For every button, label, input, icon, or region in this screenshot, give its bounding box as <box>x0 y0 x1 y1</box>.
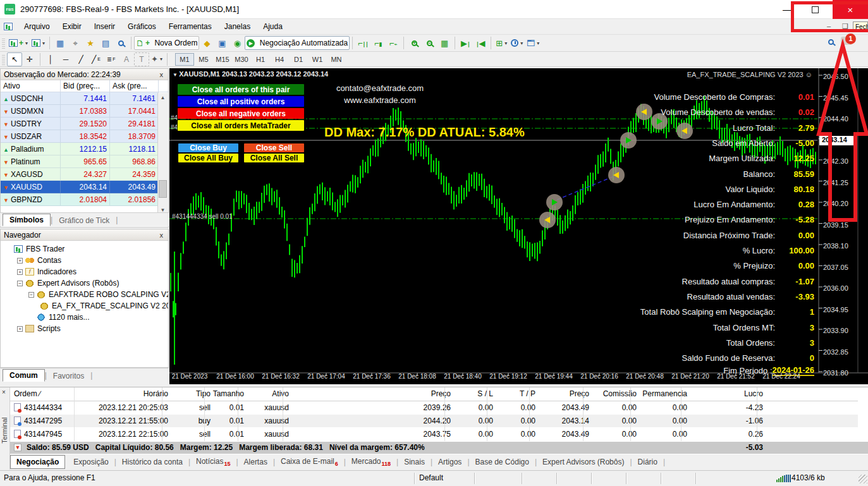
expand-icon[interactable]: + <box>17 269 23 275</box>
close-negative-button[interactable]: Close all negative orders <box>178 108 304 119</box>
text-label-tool-icon[interactable]: T <box>134 52 149 66</box>
market-watch-row[interactable]: ▼GBPNZD2.018042.01856 <box>1 193 168 206</box>
terminal-tab-negocia-o[interactable]: Negociação <box>10 455 65 469</box>
metaquotes-icon[interactable]: ▣ <box>214 36 229 50</box>
column-header[interactable]: Lucro <box>20 389 763 398</box>
close-all-mt-button[interactable]: Close all orders MetaTrader <box>178 120 304 131</box>
tree-item-scripts[interactable]: +Scripts <box>1 323 168 334</box>
text-tool-icon[interactable]: A <box>119 52 134 66</box>
collapse-icon[interactable]: − <box>28 292 34 298</box>
close-positive-button[interactable]: Close all positive orders <box>178 96 304 107</box>
terminal-tab-expert-advisors-rob-s-[interactable]: Expert Advisors (Robôs) <box>537 456 630 468</box>
tab-comum[interactable]: Comum <box>3 369 45 382</box>
terminal-tab-artigos[interactable]: Artigos <box>432 456 467 468</box>
menu-ferramentas[interactable]: Ferramentas <box>162 20 218 33</box>
profiles-button[interactable]: ▾ <box>30 36 47 50</box>
strategy-tester-icon[interactable] <box>113 36 128 50</box>
timeframe-h4[interactable]: H4 <box>270 53 289 66</box>
new-chart-button[interactable]: +▾ <box>7 36 30 50</box>
terminal-tab-sinais[interactable]: Sinais <box>398 456 431 468</box>
minimize-button[interactable]: — <box>776 0 798 19</box>
terminal-close-icon[interactable]: × <box>2 389 6 396</box>
candlestick-icon[interactable]: ⌐▮ <box>370 36 386 50</box>
zoom-in-icon[interactable]: + <box>406 36 422 50</box>
menu-janelas[interactable]: Janelas <box>218 20 257 33</box>
timeframe-w1[interactable]: W1 <box>308 53 327 66</box>
tab-favoritos[interactable]: Favoritos <box>47 370 90 382</box>
market-watch-column-header[interactable]: Ativo <box>1 80 61 92</box>
market-watch-row[interactable]: ▼USDZAR18.354218.3709 <box>1 130 168 143</box>
chart-area[interactable]: ▼ XAUUSD,M1 2043.13 2043.23 2043.12 2043… <box>169 68 868 384</box>
tab-símbolos[interactable]: Símbolos <box>3 214 51 226</box>
timeframe-mn[interactable]: MN <box>327 53 346 66</box>
terminal-tab-alertas[interactable]: Alertas <box>238 456 273 468</box>
auto-scroll-icon[interactable]: ▶∣ <box>458 36 473 50</box>
market-watch-close-icon[interactable]: x <box>158 71 166 78</box>
order-row[interactable]: 4314479452023.12.21 22:15:00sell0.01xauu… <box>10 428 858 440</box>
terminal-tab-hist-rico-da-conta[interactable]: Histórico da conta <box>116 456 188 468</box>
timeframe-d1[interactable]: D1 <box>289 53 308 66</box>
tree-item-eafxtrade-robo-scalping-v2-20[interactable]: −EAFXTRADE ROBO SCALPING V2 20 <box>1 289 168 300</box>
cursor-tool-icon[interactable]: ↖ <box>7 52 22 66</box>
timeframe-h1[interactable]: H1 <box>251 53 270 66</box>
tab-gráfico-de-tick[interactable]: Gráfico de Tick <box>52 215 116 226</box>
trendline-tool-icon[interactable]: ╱ <box>73 52 89 66</box>
market-watch-column-header[interactable]: Ask (pre... <box>110 80 159 92</box>
periods-button[interactable]: ▾ <box>509 36 525 50</box>
market-watch-row[interactable]: ▼Platinum965.65968.86 <box>1 155 168 168</box>
tree-item-ea-fx-trade-scalping-v2-20-[interactable]: EA_FX_TRADE_SCALPING V2 20: <box>1 300 168 312</box>
close-all-sell-button[interactable]: Close All Sell <box>244 154 304 162</box>
notification-badge[interactable]: 1 <box>845 33 856 44</box>
tile-windows-icon[interactable]: ▦ <box>437 36 452 50</box>
menu-inserir[interactable]: Inserir <box>88 20 121 33</box>
terminal-tab-exposi-o[interactable]: Exposição <box>68 456 114 468</box>
market-watch-row[interactable]: ▼XAGUSD24.32724.359 <box>1 168 168 181</box>
horizontal-line-tool-icon[interactable]: ─ <box>58 52 73 66</box>
order-row[interactable]: 4314443342023.12.21 20:25:03sell0.01xauu… <box>10 401 858 414</box>
expand-icon[interactable]: + <box>17 326 23 332</box>
timeframe-m15[interactable]: M15 <box>213 53 232 66</box>
market-watch-column-header[interactable]: Bid (preç... <box>61 80 110 92</box>
timeframe-m5[interactable]: M5 <box>194 53 213 66</box>
timeframe-m1[interactable]: M1 <box>175 53 194 66</box>
timeframe-m30[interactable]: M30 <box>232 53 251 66</box>
line-chart-icon[interactable]: ⌐⌁ <box>386 36 401 50</box>
market-watch-row[interactable]: ▼USDTRY29.152029.4181 <box>1 118 168 130</box>
terminal-tab-di-rio[interactable]: Diário <box>632 456 663 468</box>
menu-gráficos[interactable]: Gráficos <box>121 20 162 33</box>
arrows-tool-icon[interactable]: ✦▾ <box>149 52 164 66</box>
menu-ajuda[interactable]: Ajuda <box>257 20 289 33</box>
order-row[interactable]: 4314472952023.12.21 21:55:00buy0.01xauus… <box>10 415 858 427</box>
terminal-tab-caixa-de-e-mail[interactable]: Caixa de E-mail6 <box>275 455 344 469</box>
zoom-out-icon[interactable]: − <box>422 36 437 50</box>
new-order-button[interactable]: 🗋+ Nova Ordem <box>134 36 199 50</box>
crosshair-tool-icon[interactable]: ✛ <box>22 52 37 66</box>
resize-grip[interactable] <box>859 475 867 483</box>
child-restore-button[interactable]: ❑ <box>838 21 852 32</box>
market-watch-row[interactable]: ▲Palladium1212.151218.11 <box>1 143 168 155</box>
navigator-toggle-icon[interactable]: ★ <box>83 36 98 50</box>
market-watch-row[interactable]: ▲USDCNH7.14417.1461 <box>1 92 168 105</box>
tree-item-expert-advisors-rob-s-[interactable]: −Expert Advisors (Robôs) <box>1 277 168 289</box>
market-watch-row[interactable]: ▼XAUUSD2043.142043.49 <box>1 181 168 193</box>
tree-item-contas[interactable]: +Contas <box>1 255 168 266</box>
bar-chart-icon[interactable]: ⌐∣∣ <box>355 36 370 50</box>
child-minimize-button[interactable]: – <box>822 21 836 32</box>
terminal-tab-base-de-c-digo[interactable]: Base de Código <box>470 456 535 468</box>
order-close-icon[interactable]: × <box>759 403 762 410</box>
search-icon[interactable] <box>828 39 834 45</box>
order-close-icon[interactable]: × <box>759 430 762 437</box>
menu-arquivo[interactable]: Arquivo <box>18 20 56 33</box>
tree-item-indicadores[interactable]: +fIndicadores <box>1 266 168 277</box>
tree-item-1120-mais-[interactable]: 1120 mais... <box>1 312 168 323</box>
close-buy-button[interactable]: Close Buy <box>178 143 238 152</box>
close-button[interactable]: × <box>833 0 868 19</box>
collapse-icon[interactable]: − <box>17 281 23 286</box>
fibonacci-tool-icon[interactable]: ≡F <box>104 52 119 66</box>
terminal-tab-not-cias[interactable]: Notícias15 <box>190 455 236 469</box>
data-window-icon[interactable]: ⌖ <box>68 36 83 50</box>
terminal-toggle-icon[interactable]: ▤ <box>98 36 113 50</box>
templates-button[interactable]: 🗔▾ <box>525 36 541 50</box>
terminal-tab-mercado[interactable]: Mercado118 <box>346 455 396 469</box>
indicators-button[interactable]: ⊞▾ <box>494 36 509 50</box>
